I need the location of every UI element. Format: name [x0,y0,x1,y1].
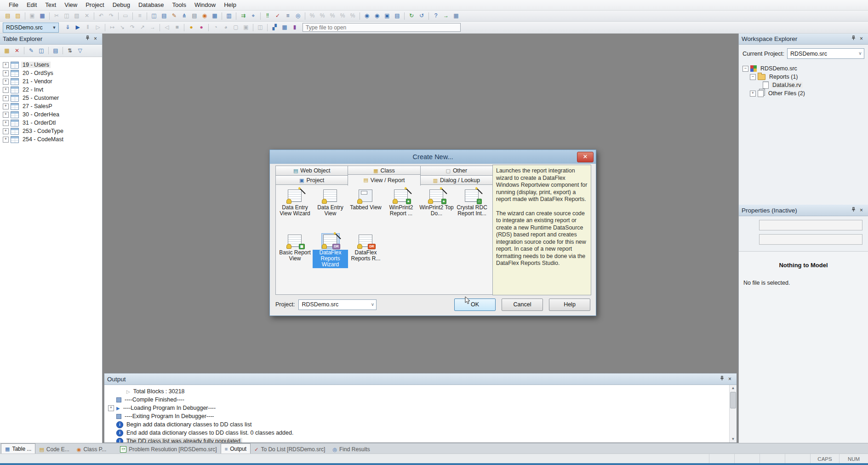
class-hierarchy-icon[interactable]: ⋔ [180,11,189,20]
todo-list-icon[interactable]: ✓ [273,11,282,20]
save-all-icon[interactable]: ▦ [38,11,47,20]
open-folder-icon[interactable]: ▨ [13,11,23,20]
table-viewer-icon[interactable]: ▦ [280,23,289,32]
tab-web-object[interactable]: ▤Web Object [275,166,348,176]
properties-window-icon[interactable]: ▤ [190,11,199,20]
menu-text[interactable]: Text [41,0,60,10]
expand-icon[interactable]: + [3,112,9,118]
tree-item[interactable]: −Reports (1) [739,73,868,81]
toggle-breakpoint-icon[interactable]: ● [197,23,206,32]
menu-project[interactable]: Project [81,0,108,10]
refresh-icon[interactable]: ↻ [407,11,416,20]
find-next-icon[interactable]: ◉ [372,11,382,20]
pin-icon[interactable] [850,207,857,213]
tree-item[interactable]: +253 - CodeType [0,127,102,135]
tab-code-explorer[interactable]: ▤Code E... [35,445,73,454]
dialog-titlebar[interactable]: Create New... ✕ [270,150,596,163]
expand-icon[interactable]: + [3,128,9,134]
tree-item[interactable]: +22 - Invt [0,86,102,94]
problem-resolution-icon[interactable]: ‼ [263,11,272,20]
entity-wizard-icon[interactable]: ✎ [170,11,179,20]
tab-other[interactable]: ▢Other [420,166,493,176]
find-icon[interactable]: ◉ [362,11,371,20]
form-designer-icon[interactable]: ▤ [160,11,169,20]
tree-item[interactable]: −RDSDemo.src [739,64,868,73]
template-item[interactable]: ♣ WinPrint2 Top Do... [419,189,454,234]
close-icon[interactable]: × [857,35,865,42]
tree-item[interactable]: +31 - OrderDtl [0,119,102,127]
bookmarks-icon[interactable]: ▤ [393,11,402,20]
delete-table-icon[interactable]: ✕ [12,46,22,55]
tree-item[interactable]: +21 - Vendor [0,77,102,86]
close-icon[interactable]: × [91,35,99,42]
tree-item[interactable]: +27 - SalesP [0,102,102,110]
menu-tools[interactable]: Tools [168,0,190,10]
close-icon[interactable]: × [726,376,734,382]
output-line[interactable]: iEnd add data dictionary classes to DD c… [104,429,737,437]
find-results-window-icon[interactable]: ◎ [293,11,303,20]
tab-view-report[interactable]: ▤View / Report [348,174,420,186]
template-item[interactable]: Data Entry View Wizard [277,189,313,234]
ok-button[interactable]: OK [454,299,496,311]
collapse-icon[interactable]: − [742,66,748,72]
tree-item[interactable]: +20 - OrdSys [0,69,102,77]
tab-table-explorer[interactable]: ▦Table ... [1,443,35,454]
open-file-input[interactable] [303,23,461,32]
locate-in-code-icon[interactable]: ⌖ [249,11,258,20]
menu-edit[interactable]: Edit [23,0,41,10]
tree-item[interactable]: +19 - Users [0,61,102,69]
tab-output[interactable]: ≡Output [221,443,251,454]
project-combo[interactable]: RDSDemo.src ˅ [298,299,377,310]
tab-project[interactable]: ▣Project [275,175,348,185]
sort-tables-icon[interactable]: ⇅ [65,46,74,55]
tree-item[interactable]: DataUse.rv [739,81,868,89]
scrollbar-thumb[interactable] [730,392,736,408]
scroll-down-icon[interactable]: ▼ [730,436,737,442]
studio-dashboard-icon[interactable]: ▮ [290,23,299,32]
attach-debugger-icon[interactable]: ⇉ [239,11,248,20]
template-item[interactable]: ♣ WinPrint2 Report ... [383,189,419,234]
expand-icon[interactable]: + [3,79,9,85]
output-line[interactable]: ----Exiting Program In Debugger---- [104,412,737,420]
cancel-button[interactable]: Cancel [502,299,543,311]
output-line[interactable]: ----Compile Finished---- [104,396,737,404]
break-all-icon[interactable]: ● [187,23,196,32]
tab-find-results[interactable]: ◎Find Results [329,445,373,454]
expand-icon[interactable]: + [3,62,9,68]
menu-debug[interactable]: Debug [108,0,134,10]
window-layout-icon[interactable]: ▦ [451,11,461,20]
expand-icon[interactable]: + [3,103,9,109]
object-browser-icon[interactable]: ▞ [270,23,279,32]
template-item[interactable]: Data Entry View [313,189,348,234]
collapse-icon[interactable]: − [750,74,756,80]
menu-help[interactable]: Help [220,0,240,10]
output-line[interactable]: iBegin add data dictionary classes to DD… [104,420,737,429]
output-line[interactable]: iThe DD class list was already fully pop… [104,437,737,442]
expand-icon[interactable]: + [3,70,9,76]
find-in-files-icon[interactable]: ▣ [383,11,392,20]
menu-database[interactable]: Database [134,0,168,10]
help-icon[interactable]: ? [431,11,440,20]
tree-item[interactable]: +Other Files (2) [739,89,868,98]
run-icon[interactable]: ▶ [73,23,82,32]
expand-icon[interactable]: + [3,137,9,143]
output-line[interactable]: ▷Total Blocks : 30218 [104,387,737,396]
new-file-icon[interactable]: ▤ [3,11,12,20]
dialog-close-button[interactable]: ✕ [577,152,594,162]
output-line[interactable]: +▶----Loading Program In Debugger---- [104,404,737,412]
class-selector-field[interactable] [759,234,862,245]
menu-view[interactable]: View [60,0,81,10]
template-item[interactable]: ▦ Basic Report View [277,234,313,279]
tree-item[interactable]: +25 - Customer [0,94,102,102]
table-grid-icon[interactable]: ▦ [210,11,219,20]
output-scrollbar[interactable]: ▲ ▼ [729,385,737,442]
help-button[interactable]: Help [549,299,590,311]
sync-workspace-icon[interactable]: ↺ [417,11,426,20]
pin-icon[interactable] [84,35,91,42]
tab-dialog-lookup[interactable]: ▥Dialog / Lookup [420,175,493,185]
color-palette-icon[interactable]: ◉ [200,11,209,20]
expand-icon[interactable]: + [3,95,9,101]
tree-item[interactable]: +30 - OrderHea [0,110,102,119]
expand-icon[interactable]: + [750,91,756,97]
go-icon[interactable]: → [441,11,451,20]
